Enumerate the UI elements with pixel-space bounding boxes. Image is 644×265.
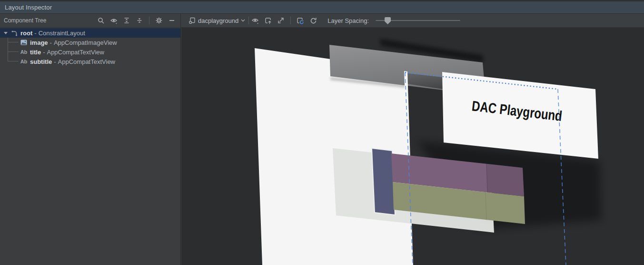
- layer-spacing-label: Layer Spacing:: [327, 17, 369, 24]
- toolbar-separator: [248, 17, 249, 24]
- viewport-toolbar: dacplayground: [181, 14, 644, 28]
- process-name: dacplayground: [198, 17, 238, 24]
- collapse-all-icon[interactable]: [135, 16, 144, 25]
- expand-all-icon[interactable]: [122, 16, 131, 25]
- component-tree-title: Component Tree: [4, 17, 96, 24]
- process-device-icon: [188, 17, 196, 24]
- constraint-layout-icon: [10, 29, 18, 37]
- node-type: AppCompatImageView: [54, 39, 117, 46]
- view-options-eye-icon[interactable]: [250, 16, 260, 25]
- settings-gear-icon[interactable]: [154, 16, 164, 25]
- node-type: AppCompatTextView: [47, 49, 104, 56]
- hide-panel-icon[interactable]: [167, 16, 177, 25]
- node-separator: -: [50, 39, 52, 46]
- node-separator: -: [43, 49, 45, 56]
- node-name: title: [30, 49, 41, 56]
- slider-thumb[interactable]: [385, 17, 391, 24]
- text-view-icon: Ab: [20, 58, 28, 65]
- refresh-icon[interactable]: [308, 16, 318, 25]
- chevron-down-icon: [241, 19, 245, 22]
- tool-window-title: Layout Inspector: [5, 4, 52, 11]
- image-view-icon: [20, 39, 28, 46]
- layout-inspector-window: Layout Inspector Component Tree: [0, 0, 644, 265]
- tree-node-image[interactable]: image - AppCompatImageView: [0, 38, 180, 47]
- process-selector[interactable]: dacplayground: [187, 16, 247, 25]
- component-tree-panel: root - ConstraintLayout image - AppCompa…: [0, 28, 181, 265]
- tree-node-title[interactable]: Ab title - AppCompatTextView: [0, 47, 180, 57]
- pop-out-icon[interactable]: [276, 16, 286, 25]
- chevron-expanded-icon[interactable]: [4, 32, 8, 34]
- layer-scene: DAC Playground: [181, 28, 644, 265]
- viewport-actions: [250, 16, 318, 25]
- node-name: subtitle: [30, 58, 52, 65]
- node-type: AppCompatTextView: [58, 58, 115, 65]
- toolbar-row: Component Tree: [0, 14, 644, 28]
- search-icon[interactable]: [96, 16, 106, 25]
- text-view-icon: Ab: [20, 48, 28, 56]
- tool-window-header: Layout Inspector: [0, 1, 644, 14]
- toolbar-separator: [149, 17, 149, 24]
- layer-3d-viewport[interactable]: DAC Playground: [181, 28, 644, 265]
- component-tree-toolbar: Component Tree: [0, 14, 181, 28]
- node-separator: -: [54, 58, 56, 65]
- node-type: ConstraintLayout: [39, 30, 85, 37]
- node-name: image: [30, 39, 48, 46]
- visibility-options-icon[interactable]: [109, 16, 119, 25]
- export-snapshot-icon[interactable]: [263, 16, 273, 25]
- live-updates-icon[interactable]: [296, 16, 305, 25]
- component-tree: root - ConstraintLayout image - AppCompa…: [0, 28, 180, 66]
- node-name: root: [20, 30, 32, 37]
- tree-node-root[interactable]: root - ConstraintLayout: [0, 28, 180, 38]
- tree-node-subtitle[interactable]: Ab subtitle - AppCompatTextView: [0, 57, 180, 66]
- component-tree-actions: [96, 16, 177, 25]
- toolbar-separator: [290, 17, 291, 24]
- title-bar-shaded-section: [486, 164, 524, 196]
- layer-spacing-slider[interactable]: [376, 17, 460, 24]
- node-separator: -: [34, 30, 36, 37]
